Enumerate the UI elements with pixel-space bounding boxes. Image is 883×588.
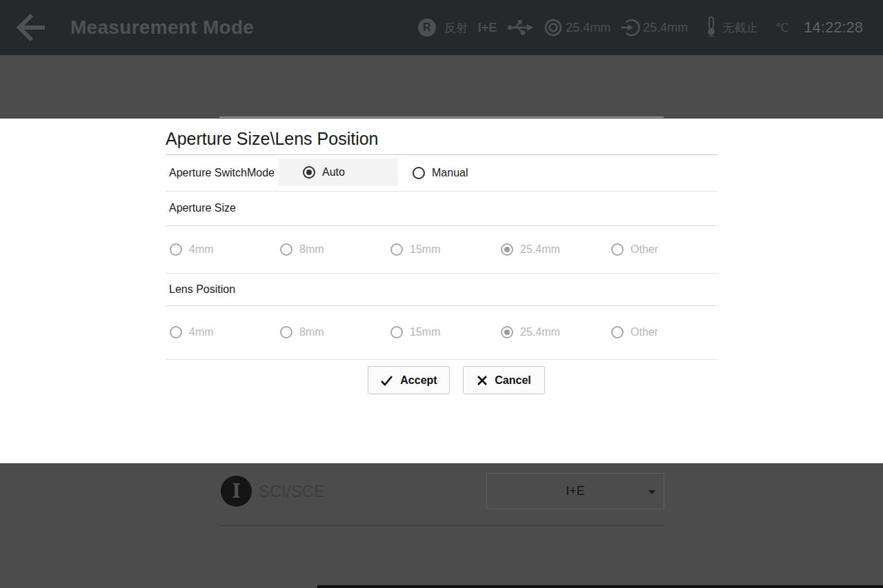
radio-circle xyxy=(170,326,182,338)
reflectance-mode-icon: R xyxy=(418,19,436,37)
sci-sce-dropdown-value: I+E xyxy=(566,484,585,498)
dialog-title: Aperture Size\Lens Position xyxy=(166,128,379,149)
radio-label: 8mm xyxy=(299,326,324,338)
radio-label: 25.4mm xyxy=(520,243,560,256)
sci-sce-setting-label: SCI/SCE xyxy=(259,482,325,501)
radio-circle xyxy=(611,243,624,256)
lens-8mm-radio: 8mm xyxy=(280,326,324,338)
back-arrow-icon xyxy=(14,10,46,45)
radio-circle xyxy=(611,326,624,338)
radio-circle xyxy=(501,243,513,256)
radio-auto-label: Auto xyxy=(322,166,345,179)
clock: 14:22:28 xyxy=(804,19,863,37)
chevron-down-icon xyxy=(648,490,655,494)
usb-icon xyxy=(507,18,533,37)
sci-sce-icon: I xyxy=(221,476,252,507)
bottom-edge-bar xyxy=(317,585,883,588)
radio-manual-circle[interactable] xyxy=(413,167,425,179)
back-button[interactable] xyxy=(14,11,47,44)
aperture-25.4mm-radio: 25.4mm xyxy=(501,243,560,256)
lens-4mm-radio: 4mm xyxy=(170,326,214,338)
top-bar: Measurement Mode R 反射 I+E 25.4mm xyxy=(0,0,883,55)
radio-auto[interactable]: Auto xyxy=(279,159,398,186)
radio-auto-circle[interactable] xyxy=(303,166,315,179)
radio-label: Other xyxy=(631,243,658,256)
radio-label: 15mm xyxy=(410,326,440,338)
check-icon xyxy=(380,375,393,386)
lens-25.4mm-radio: 25.4mm xyxy=(501,326,560,338)
lens-position-icon xyxy=(621,18,640,37)
page-title: Measurement Mode xyxy=(70,17,254,39)
radio-circle xyxy=(280,243,292,256)
temperature-unit: ℃ xyxy=(775,21,788,35)
sci-sce-status: I+E xyxy=(478,21,497,35)
status-indicators: R 反射 I+E 25.4mm xyxy=(418,0,863,55)
aperture-size-icon xyxy=(544,18,563,37)
lens-position-section: Lens Position xyxy=(166,273,717,305)
sci-sce-icon-letter: I xyxy=(232,482,241,500)
cancel-button-label: Cancel xyxy=(495,374,530,387)
uv-cutoff-status: 无截止 xyxy=(722,20,757,36)
radio-label: 15mm xyxy=(410,243,440,256)
radio-manual-label: Manual xyxy=(432,167,468,179)
aperture-switchmode-row: Aperture SwitchMode Auto Manual xyxy=(166,154,717,191)
background-divider xyxy=(219,116,664,118)
radio-label: 4mm xyxy=(189,243,214,256)
aperture-switchmode-label: Aperture SwitchMode xyxy=(169,167,275,179)
lens-position-value: 25.4mm xyxy=(643,21,688,35)
close-icon xyxy=(477,375,488,386)
radio-label: 4mm xyxy=(189,326,214,338)
aperture-15mm-radio: 15mm xyxy=(390,243,440,256)
reflectance-mode-label: 反射 xyxy=(444,20,468,36)
aperture-size-options: 4mm 8mm 15mm 25.4mm Other xyxy=(166,225,717,273)
aperture-size-label: Aperture Size xyxy=(169,202,236,214)
radio-label: Other xyxy=(631,326,658,338)
radio-manual[interactable]: Manual xyxy=(413,154,468,191)
cancel-button[interactable]: Cancel xyxy=(463,366,545,394)
lens-15mm-radio: 15mm xyxy=(390,326,440,338)
lens-other-radio: Other xyxy=(611,326,658,338)
radio-circle xyxy=(390,326,403,338)
background-divider xyxy=(217,525,664,526)
aperture-size-value: 25.4mm xyxy=(566,21,611,35)
thermometer-icon xyxy=(706,16,717,40)
accept-button-label: Accept xyxy=(400,374,437,387)
radio-circle xyxy=(170,243,182,256)
radio-label: 25.4mm xyxy=(520,326,560,338)
dimmed-background-bottom: I SCI/SCE I+E xyxy=(0,463,883,588)
aperture-4mm-radio: 4mm xyxy=(170,243,214,256)
accept-button[interactable]: Accept xyxy=(368,366,450,394)
radio-circle xyxy=(390,243,403,256)
divider xyxy=(166,359,717,360)
sci-sce-dropdown: I+E xyxy=(486,473,664,509)
dimmed-background-top xyxy=(0,55,883,119)
aperture-other-radio: Other xyxy=(611,243,658,256)
radio-circle xyxy=(501,326,513,338)
aperture-8mm-radio: 8mm xyxy=(280,243,324,256)
lens-position-label: Lens Position xyxy=(169,283,235,296)
radio-label: 8mm xyxy=(299,243,324,256)
aperture-size-section: Aperture Size xyxy=(166,191,717,225)
aperture-lens-dialog: Aperture Size\Lens Position Aperture Swi… xyxy=(0,119,883,463)
lens-position-options: 4mm 8mm 15mm 25.4mm Other xyxy=(166,305,717,359)
radio-circle xyxy=(280,326,292,338)
